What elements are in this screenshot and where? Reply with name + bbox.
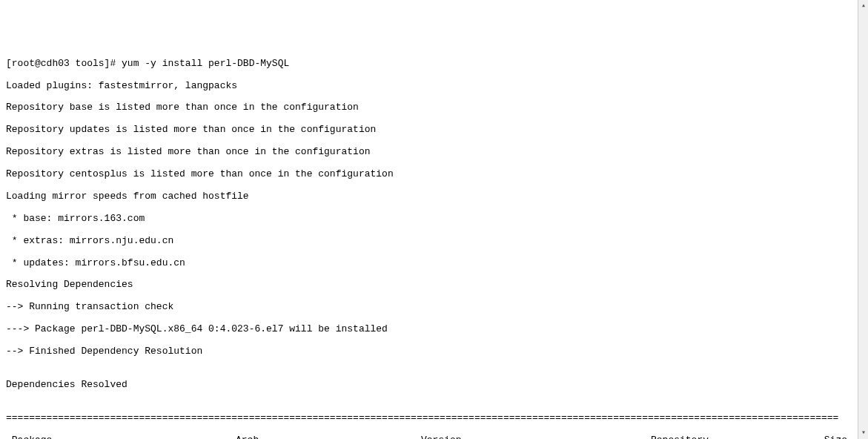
output-line: --> Running transaction check (6, 302, 862, 313)
output-line: Dependencies Resolved (6, 380, 862, 391)
output-line: Repository updates is listed more than o… (6, 125, 862, 136)
output-line: Repository centosplus is listed more tha… (6, 169, 862, 180)
scroll-down-icon[interactable]: ▾ (858, 427, 868, 439)
output-line: Repository extras is listed more than on… (6, 147, 862, 158)
output-line: Loading mirror speeds from cached hostfi… (6, 191, 862, 202)
output-line: --> Finished Dependency Resolution (6, 346, 862, 357)
prompt-line: [root@cdh03 tools]# yum -y install perl-… (6, 59, 862, 70)
col-header-size: Size (814, 435, 862, 439)
col-header-arch: Arch (236, 435, 421, 439)
table-header-row: Package Arch Version Repository Size (6, 435, 862, 439)
output-line: Loaded plugins: fastestmirror, langpacks (6, 81, 862, 92)
col-header-version: Version (421, 435, 651, 439)
output-line: ---> Package perl-DBD-MySQL.x86_64 0:4.0… (6, 324, 862, 335)
output-line: * updates: mirrors.bfsu.edu.cn (6, 258, 862, 269)
col-header-repo: Repository (651, 435, 814, 439)
output-line: Repository base is listed more than once… (6, 102, 862, 113)
scroll-up-icon[interactable]: ▴ (858, 0, 868, 12)
divider: ========================================… (6, 413, 862, 424)
scrollbar[interactable]: ▴ ▾ (858, 0, 868, 439)
output-line: Resolving Dependencies (6, 280, 862, 291)
output-line: * extras: mirrors.nju.edu.cn (6, 236, 862, 247)
output-line: * base: mirrors.163.com (6, 214, 862, 225)
col-header-package: Package (6, 435, 236, 439)
terminal-output: [root@cdh03 tools]# yum -y install perl-… (6, 47, 862, 439)
